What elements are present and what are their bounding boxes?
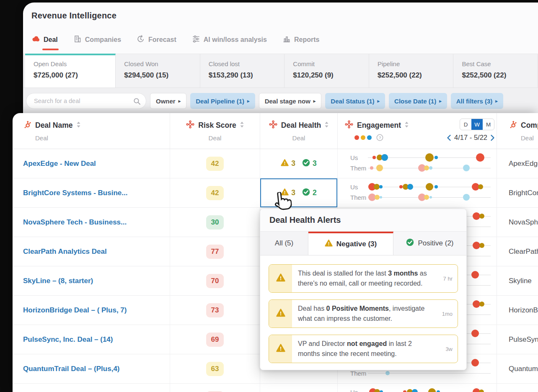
filter-label: Deal Status (1) bbox=[331, 98, 374, 105]
deal-name-link[interactable]: QuantumTrail Deal – (Plus,4) bbox=[13, 354, 170, 383]
popup-tab-all-5[interactable]: All (5) bbox=[260, 232, 308, 255]
caret-right-icon: ▸ bbox=[178, 98, 181, 104]
engagement-dot bbox=[471, 359, 479, 366]
tab-reports[interactable]: Reports bbox=[282, 35, 319, 45]
tab-forecast[interactable]: Forecast bbox=[137, 35, 176, 45]
deal-name-link[interactable]: PulseSync, Inc. Deal – (14) bbox=[13, 325, 170, 354]
search-input[interactable] bbox=[33, 93, 131, 108]
sort-icon[interactable] bbox=[77, 121, 80, 130]
popup-tab-negative-3[interactable]: Negative (3) bbox=[308, 232, 393, 255]
engagement-dot bbox=[424, 165, 429, 170]
engagement-dot bbox=[429, 166, 432, 170]
negative-count: 3 bbox=[291, 188, 295, 197]
deal-health-cell[interactable] bbox=[260, 384, 337, 392]
engagement-dot bbox=[471, 330, 479, 337]
engagement-dot bbox=[476, 153, 484, 162]
engagement-dot bbox=[473, 212, 480, 220]
company-name: BrightCor bbox=[497, 178, 538, 207]
sort-icon[interactable] bbox=[325, 121, 328, 130]
popup-tab-positive-2[interactable]: Positive (2) bbox=[393, 232, 466, 255]
column-header-company[interactable]: Comp Deal bbox=[497, 113, 538, 149]
summary-card-pipeline[interactable]: Pipeline$252,500 (22) bbox=[369, 54, 454, 88]
engagement-dot bbox=[463, 165, 470, 171]
sort-icon[interactable] bbox=[240, 121, 244, 130]
sort-icon[interactable] bbox=[405, 121, 409, 130]
summary-card-value: $252,500 (22) bbox=[462, 71, 538, 80]
engagement-dot bbox=[429, 196, 432, 199]
deal-name-link[interactable]: SkyLine – (8, starter) bbox=[13, 266, 170, 295]
period-toggle-week[interactable]: W bbox=[471, 119, 483, 130]
tab-companies[interactable]: Companies bbox=[73, 35, 121, 45]
summary-card-open-deals[interactable]: Open Deals$725,000 (27) bbox=[25, 54, 116, 88]
tab-ai-win-loss-analysis[interactable]: AI win/loss analysis bbox=[192, 35, 267, 45]
summary-card-commit[interactable]: Commit$120,250 (9) bbox=[285, 54, 369, 88]
alert-card[interactable]: VP and Director not engaged in last 2 mo… bbox=[269, 335, 458, 363]
engagement-dot bbox=[428, 388, 436, 392]
period-toggle-day[interactable]: D bbox=[460, 119, 471, 130]
engagement-dot bbox=[479, 302, 484, 307]
summary-card-best-case[interactable]: Best Case$252,500 (22) bbox=[453, 54, 538, 88]
legend-dot bbox=[361, 135, 365, 140]
tab-deal[interactable]: Deal bbox=[31, 35, 58, 44]
chevron-right-icon[interactable] bbox=[490, 134, 495, 141]
filter-owner[interactable]: Owner▸ bbox=[150, 93, 186, 109]
company-name: ClearPath bbox=[497, 237, 538, 266]
alert-timestamp: 1mo bbox=[432, 300, 458, 328]
deal-health-cell[interactable]: 33 bbox=[260, 149, 337, 178]
column-sublabel: Deal bbox=[170, 134, 260, 142]
summary-card-label: Closed lost bbox=[209, 60, 285, 67]
summary-card-value: $294,500 (15) bbox=[124, 71, 200, 80]
column-sublabel: Deal bbox=[35, 134, 170, 142]
engagement-cell[interactable]: UsThem bbox=[337, 384, 497, 392]
engagement-dot bbox=[380, 390, 383, 392]
summary-card-value: $725,000 (27) bbox=[34, 71, 115, 80]
alert-card[interactable]: This deal is stalled for the last 3 mont… bbox=[269, 264, 458, 293]
period-toggle: D W M bbox=[460, 119, 494, 130]
column-header-engagement[interactable]: Engagement ? D W M 4/17 - 5/22 bbox=[337, 113, 497, 149]
caret-right-icon: ▸ bbox=[495, 98, 498, 104]
summary-card-closed-won[interactable]: Closed Won$294,500 (15) bbox=[116, 54, 200, 88]
negative-count: 3 bbox=[291, 159, 295, 168]
chevron-left-icon[interactable] bbox=[447, 134, 451, 141]
summary-card-value: $153,290 (13) bbox=[209, 71, 285, 80]
app-window: Revenue Intelligence DealCompaniesForeca… bbox=[23, 3, 538, 122]
column-header-deal-health[interactable]: Deal Health Deal bbox=[260, 113, 337, 149]
deal-logo-icon bbox=[31, 35, 40, 44]
legend-dot bbox=[354, 135, 359, 140]
engagement-dot bbox=[426, 183, 433, 191]
engagement-dot bbox=[375, 195, 380, 200]
column-header-risk-score[interactable]: Risk Score Deal bbox=[170, 113, 260, 149]
alert-card[interactable]: Deal has 0 Positive Moments, investigate… bbox=[269, 299, 458, 328]
popup-tabs: All (5)Negative (3)Positive (2) bbox=[260, 232, 466, 255]
deal-name-link[interactable]: ClearPath Analytics Deal bbox=[13, 237, 170, 266]
risk-score-cell: 30 bbox=[170, 208, 260, 237]
filter-deal-pipeline-1[interactable]: Deal Pipeline (1)▸ bbox=[190, 93, 255, 109]
alert-timestamp: 3w bbox=[432, 335, 458, 363]
column-header-deal-name[interactable]: Deal Name Deal bbox=[13, 113, 170, 149]
risk-score-badge: 69 bbox=[206, 333, 224, 347]
deal-name-link[interactable]: NovaSphere Tech - Business... bbox=[13, 208, 170, 237]
company-name: PulseSyn bbox=[497, 325, 538, 354]
summary-card-closed-lost[interactable]: Closed lost$153,290 (13) bbox=[200, 54, 285, 88]
engagement-dot bbox=[463, 194, 470, 201]
filter-all-filters-3[interactable]: All filters (3)▸ bbox=[451, 93, 503, 109]
positive-alerts: 3 bbox=[302, 159, 317, 169]
risk-score-cell: 63 bbox=[170, 354, 260, 383]
filter-deal-stage-now[interactable]: Deal stage now▸ bbox=[259, 93, 322, 109]
filter-label: Owner bbox=[156, 98, 176, 105]
warning-icon bbox=[325, 239, 333, 249]
search-box[interactable] bbox=[26, 93, 146, 109]
filter-close-date-1[interactable]: Close Date (1)▸ bbox=[389, 93, 447, 109]
column-sublabel: Deal bbox=[260, 134, 337, 142]
engagement-cell[interactable]: UsThem bbox=[337, 149, 497, 178]
deal-name-link[interactable]: HorizonBridge Deal – ( Plus, 7) bbox=[13, 296, 170, 325]
period-toggle-month[interactable]: M bbox=[483, 119, 494, 130]
engagement-cell[interactable]: UsThem bbox=[337, 178, 497, 207]
risk-score-cell: 42 bbox=[170, 149, 260, 178]
positive-count: 2 bbox=[313, 188, 317, 197]
deal-name-link[interactable]: ApexEdge - New Deal bbox=[13, 149, 170, 178]
deal-health-cell[interactable]: 32 bbox=[260, 178, 337, 207]
help-icon[interactable]: ? bbox=[376, 134, 383, 141]
deal-name-link[interactable]: BrightCore Systems - Busine... bbox=[13, 178, 170, 207]
filter-deal-status-1[interactable]: Deal Status (1)▸ bbox=[325, 93, 385, 109]
